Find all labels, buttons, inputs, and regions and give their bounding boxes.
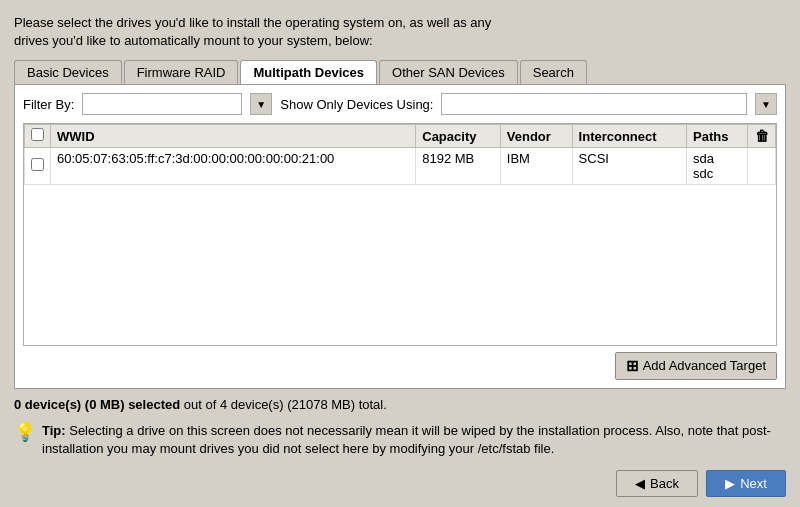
- row-capacity: 8192 MB: [416, 148, 501, 185]
- row-trash-cell: [748, 148, 776, 185]
- status-bold: 0 device(s) (0 MB) selected: [14, 397, 180, 412]
- show-only-input[interactable]: [441, 93, 747, 115]
- tip-row: 💡 Tip: Selecting a drive on this screen …: [14, 422, 786, 458]
- show-only-dropdown-btn[interactable]: ▼: [755, 93, 777, 115]
- tab-basic[interactable]: Basic Devices: [14, 60, 122, 84]
- nav-buttons: ◀ Back ▶ Next: [14, 470, 786, 497]
- row-checkbox-cell[interactable]: [25, 148, 51, 185]
- next-label: Next: [740, 476, 767, 491]
- back-button[interactable]: ◀ Back: [616, 470, 698, 497]
- th-interconnect: Interconnect: [572, 125, 686, 148]
- th-capacity: Capacity: [416, 125, 501, 148]
- tab-search[interactable]: Search: [520, 60, 587, 84]
- tip-text: Tip: Selecting a drive on this screen do…: [42, 422, 786, 458]
- add-target-label: Add Advanced Target: [643, 358, 766, 373]
- select-all-checkbox[interactable]: [31, 128, 44, 141]
- filter-dropdown-btn[interactable]: ▼: [250, 93, 272, 115]
- plus-icon: ⊞: [626, 357, 639, 375]
- add-advanced-target-button[interactable]: ⊞ Add Advanced Target: [615, 352, 777, 380]
- row-checkbox[interactable]: [31, 158, 44, 171]
- filter-row: Filter By: ▼ Show Only Devices Using: ▼: [23, 93, 777, 115]
- th-checkbox[interactable]: [25, 125, 51, 148]
- th-trash: 🗑: [748, 125, 776, 148]
- trash-header-icon[interactable]: 🗑: [755, 128, 769, 144]
- tab-multipath[interactable]: Multipath Devices: [240, 60, 377, 84]
- intro-text: Please select the drives you'd like to i…: [14, 14, 786, 50]
- tip-label: Tip:: [42, 423, 66, 438]
- status-rest: out of 4 device(s) (21078 MB) total.: [180, 397, 387, 412]
- back-label: Back: [650, 476, 679, 491]
- tabs-bar: Basic Devices Firmware RAID Multipath De…: [14, 60, 786, 84]
- tab-other-san[interactable]: Other SAN Devices: [379, 60, 518, 84]
- bottom-row: ⊞ Add Advanced Target: [23, 352, 777, 380]
- back-arrow-icon: ◀: [635, 476, 645, 491]
- tip-icon: 💡: [14, 420, 36, 445]
- th-vendor: Vendor: [500, 125, 572, 148]
- filter-label: Filter By:: [23, 97, 74, 112]
- device-table-container: WWID Capacity Vendor Interconnect Paths …: [23, 123, 777, 345]
- row-interconnect: SCSI: [572, 148, 686, 185]
- show-only-label: Show Only Devices Using:: [280, 97, 433, 112]
- main-panel: Filter By: ▼ Show Only Devices Using: ▼ …: [14, 84, 786, 388]
- row-vendor: IBM: [500, 148, 572, 185]
- row-wwid: 60:05:07:63:05:ff:c7:3d:00:00:00:00:00:0…: [51, 148, 416, 185]
- th-paths: Paths: [687, 125, 748, 148]
- status-row: 0 device(s) (0 MB) selected out of 4 dev…: [14, 397, 786, 412]
- filter-input[interactable]: [82, 93, 242, 115]
- tab-firmware[interactable]: Firmware RAID: [124, 60, 239, 84]
- table-row: 60:05:07:63:05:ff:c7:3d:00:00:00:00:00:0…: [25, 148, 776, 185]
- next-button[interactable]: ▶ Next: [706, 470, 786, 497]
- th-wwid: WWID: [51, 125, 416, 148]
- device-table: WWID Capacity Vendor Interconnect Paths …: [24, 124, 776, 185]
- row-paths: sda sdc: [687, 148, 748, 185]
- next-arrow-icon: ▶: [725, 476, 735, 491]
